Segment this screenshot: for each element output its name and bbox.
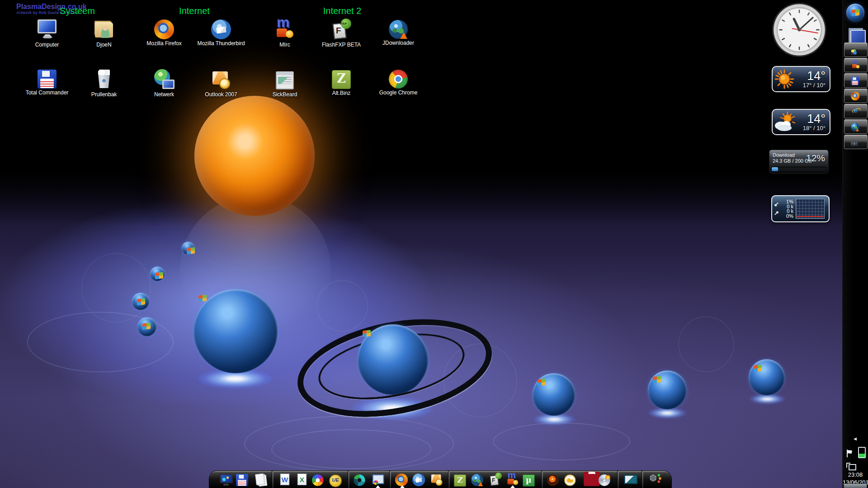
nero-icon[interactable] [598,472,613,487]
mirc-icon [851,60,861,70]
download-usage-gadget[interactable]: Download 24.3 GB / 200 GB 12% [769,150,829,174]
download-progressbar [771,167,826,172]
desktop-icon-thunderbird[interactable]: Mozilla Thunderbird [196,18,246,47]
net-down-percent: 1% [782,199,793,204]
utorrent-icon[interactable] [522,472,538,487]
taskbar-button-firefox[interactable] [844,89,868,103]
codec-tool-icon[interactable] [647,472,662,487]
user-folder-icon [93,18,115,41]
action-center-flag-icon[interactable] [846,450,853,457]
desktop-icon-mirc[interactable]: MIrc [260,18,310,48]
duck-app-icon[interactable] [564,472,579,487]
desktop-icon-prullenbak[interactable]: Prullenbak [79,68,129,98]
desktop-icon-netwerk[interactable]: Netwerk [139,68,189,98]
desktop-icon-altbinz[interactable]: Alt.Binz [316,68,366,97]
firefox-icon [154,19,174,39]
picasa-icon[interactable] [311,472,327,487]
total-commander-icon [851,77,859,85]
disk-tool-icon[interactable] [353,472,368,487]
excel-icon[interactable] [294,472,310,487]
mirc-icon [274,18,296,41]
network-tray-icon[interactable] [846,463,855,470]
flashfxp-icon[interactable] [488,472,503,487]
recycle-bin-icon [93,68,115,90]
outlook-icon[interactable] [429,472,444,487]
taskbar-button-camera[interactable] [844,135,868,149]
taskbar-button-internet-explorer[interactable] [844,104,868,118]
icon-group-header-internet: Internet [179,6,210,16]
glass-sphere-small [132,293,149,310]
taskbar-button-mirc[interactable] [844,58,868,72]
floor-ripple [493,422,630,460]
camera-icon [851,142,858,146]
running-indicator [400,485,405,488]
jdownloader-icon[interactable] [471,472,486,487]
glass-sphere [193,289,278,373]
desktop-icon-chrome[interactable]: Google Chrome [373,68,423,96]
utility-app-icon [851,49,857,55]
taskbar-button-jdownloader[interactable] [844,119,868,134]
network-monitor-gadget[interactable]: 1% 0 k 0 k 0% [771,195,830,222]
current-temp: 14° [803,70,826,82]
burn-tool-icon[interactable] [547,472,562,487]
mirc-icon[interactable] [505,472,520,487]
outlook-icon [210,68,232,90]
dock-separator [541,471,543,488]
word-icon[interactable] [277,472,292,487]
tray-clock[interactable]: 23:08 [843,471,868,478]
chrome-icon [389,70,408,89]
desktop-icon-outlook[interactable]: Outlook 2007 [196,68,246,98]
dock-separator [348,471,349,488]
alcohol120-icon[interactable] [581,472,596,487]
desktop-icon-firefox[interactable]: Mozilla Firefox [139,18,189,47]
desktop-wallpaper: PlasmaDesign.co.uk Artwork by Rob David … [0,0,868,488]
forecast-temp: 14° [803,113,826,125]
image-viewer-icon[interactable] [370,472,386,487]
download-percent: 12% [806,153,825,164]
meter-icon[interactable] [858,447,866,458]
weather-gadget-tomorrow[interactable]: 14° 18° / 10° [772,109,830,135]
documents-icon[interactable] [253,472,268,487]
dock-separator [617,471,619,488]
remote-desktop-icon[interactable] [623,472,638,487]
firefox-icon[interactable] [395,472,410,487]
sickbeard-icon [274,68,296,90]
taskbar: 23:08 13/06/2010 [842,0,868,488]
desktop-icon-computer[interactable]: Computer [22,18,72,48]
tray-expand-icon[interactable] [854,436,857,441]
start-orb[interactable] [846,4,864,22]
analog-clock-gadget[interactable] [771,2,827,58]
thunderbird-icon [211,19,231,39]
jdownloader-icon [389,20,408,39]
glass-sphere [648,371,687,409]
download-progress-fill [772,167,778,171]
desktop-icon-jdownloader[interactable]: JDownloader [373,18,423,47]
show-desktop-button[interactable] [844,483,867,488]
dock-separator [272,471,274,488]
dock-separator [389,471,391,488]
floor-ripple [271,429,431,469]
flashfxp-icon [330,18,353,41]
total-commander-icon [38,70,57,89]
taskbar-button-total-commander[interactable] [844,73,868,88]
thunderbird-icon[interactable] [412,472,427,487]
desktop-icon-total-commander[interactable]: Total Commander [22,68,72,96]
desktop-icon-sickbeard[interactable]: SickBeard [260,68,310,98]
desktop-preview-icon[interactable] [218,472,234,487]
glass-sphere [533,373,575,416]
total-commander-icon[interactable] [236,472,251,487]
weather-gadget-today[interactable]: 14° 17° / 10° [772,66,830,92]
partly-cloudy-icon [773,111,796,133]
ultraedit-icon[interactable] [329,472,344,487]
glass-sphere-small [150,267,165,281]
floor-bokeh [81,253,151,323]
jdownloader-icon [851,123,859,131]
firefox-icon [851,92,859,100]
dock [209,470,672,488]
desktop-icon-flashfxp[interactable]: FlashFXP BETA [316,18,366,48]
altbinz-icon[interactable] [453,472,469,487]
sunny-icon [773,68,796,90]
taskbar-button-utility[interactable] [844,42,868,57]
desktop-icon-djoen[interactable]: DjoeN [79,18,129,48]
download-arrow-icon [774,202,782,207]
